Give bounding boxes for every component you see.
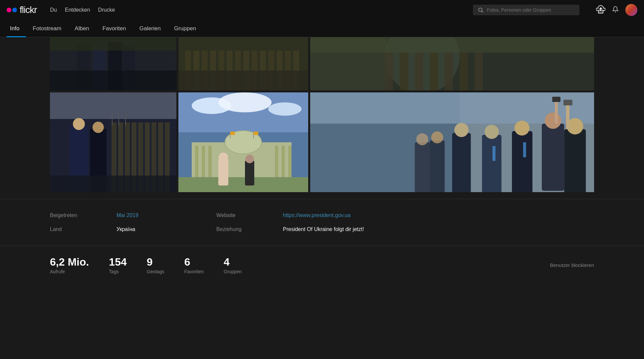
svg-rect-25 [178, 70, 308, 90]
dot-blue [12, 8, 17, 12]
svg-point-0 [479, 8, 482, 12]
svg-rect-34 [460, 53, 468, 90]
bell-icon [612, 6, 619, 13]
tab-galerien[interactable]: Galerien [133, 20, 167, 37]
svg-rect-32 [430, 53, 438, 90]
tab-info[interactable]: Info [7, 20, 26, 37]
svg-point-99 [431, 131, 443, 143]
avatar[interactable] [625, 4, 637, 16]
nav-links: Du Entdecken Drucke [50, 7, 115, 13]
svg-rect-70 [230, 132, 235, 135]
svg-rect-95 [563, 100, 572, 105]
svg-rect-29 [385, 53, 393, 90]
svg-point-91 [454, 123, 469, 137]
svg-rect-30 [400, 53, 408, 90]
svg-rect-76 [245, 161, 254, 185]
stat-tags-number: 154 [109, 256, 126, 268]
relationship-value: President Of Ukraine folgt dir jetzt! [283, 226, 594, 232]
svg-rect-73 [178, 177, 308, 192]
svg-rect-90 [452, 133, 471, 192]
svg-rect-65 [208, 146, 212, 179]
search-bar[interactable] [473, 5, 579, 15]
photo-row-top [50, 37, 594, 90]
svg-rect-35 [475, 53, 483, 90]
photo-svg-3 [310, 37, 594, 90]
stat-geotags-label: Geotags [147, 269, 164, 274]
svg-rect-8 [50, 37, 176, 51]
svg-rect-64 [202, 146, 205, 179]
photo-svg-6 [310, 92, 594, 192]
upload-button[interactable] [596, 5, 605, 15]
stat-tags-label: Tags [109, 269, 119, 274]
tab-alben[interactable]: Alben [68, 20, 96, 37]
photo-grid [0, 37, 644, 192]
svg-rect-84 [555, 101, 558, 124]
photo-bottom-2[interactable] [178, 92, 308, 192]
svg-point-41 [73, 118, 85, 130]
website-link[interactable]: https://www.president.gov.ua [283, 212, 594, 218]
photo-top-3[interactable] [310, 37, 594, 90]
photo-bottom-1[interactable] [50, 92, 176, 192]
dot-pink [7, 8, 11, 12]
photo-svg-1 [50, 37, 176, 90]
upload-icon [596, 5, 605, 14]
svg-rect-96 [415, 142, 430, 192]
stat-gruppen: 4 Gruppen [224, 256, 242, 274]
stat-gruppen-number: 4 [224, 256, 230, 268]
svg-point-59 [218, 92, 272, 112]
svg-rect-101 [493, 146, 496, 161]
stat-gruppen-label: Gruppen [224, 269, 242, 274]
svg-rect-67 [282, 146, 285, 179]
photo-svg-4 [50, 92, 176, 192]
search-icon [478, 7, 484, 13]
tab-fotostream[interactable]: Fotostream [26, 20, 68, 37]
svg-rect-85 [552, 97, 560, 102]
stat-tags: 154 Tags [109, 256, 126, 274]
notifications-button[interactable] [612, 6, 619, 14]
photo-svg-2 [178, 37, 308, 90]
svg-point-89 [485, 125, 499, 139]
svg-rect-36 [310, 37, 594, 53]
photo-top-2[interactable] [178, 37, 308, 90]
tab-favoriten[interactable]: Favoriten [96, 20, 133, 37]
search-input[interactable] [487, 7, 575, 13]
logo[interactable]: flickr [7, 5, 37, 15]
block-user-button[interactable]: Benutzer blockieren [550, 262, 594, 268]
svg-point-87 [515, 121, 530, 136]
tab-gruppen[interactable]: Gruppen [167, 20, 203, 37]
nav-icons [596, 4, 637, 16]
nav-drucke[interactable]: Drucke [98, 7, 115, 13]
stat-favoriten: 6 Favoriten [184, 256, 204, 274]
svg-point-83 [545, 112, 561, 129]
svg-line-1 [482, 11, 483, 12]
photo-bottom-3[interactable] [310, 92, 594, 192]
info-section: Beigetreten Mai 2019 Website https://www… [0, 199, 644, 246]
website-label: Website [216, 212, 283, 218]
svg-rect-72 [254, 132, 258, 135]
svg-rect-86 [512, 131, 533, 192]
svg-rect-74 [218, 159, 228, 185]
relationship-label: Beziehung [216, 226, 283, 232]
svg-rect-82 [542, 124, 564, 191]
svg-point-97 [416, 133, 428, 145]
navbar: flickr Du Entdecken Drucke [0, 0, 644, 20]
svg-point-42 [93, 122, 104, 133]
info-grid: Beigetreten Mai 2019 Website https://www… [50, 212, 594, 232]
stat-views-number: 6,2 Mio. [50, 256, 89, 268]
stats-section: 6,2 Mio. Aufrufe 154 Tags 9 Geotags 6 Fa… [0, 246, 644, 284]
svg-rect-94 [566, 105, 569, 129]
joined-value[interactable]: Mai 2019 [116, 212, 216, 218]
stat-geotags-number: 9 [147, 256, 153, 268]
stat-favoriten-label: Favoriten [184, 269, 204, 274]
stat-views-label: Aufrufe [50, 269, 65, 274]
nav-entdecken[interactable]: Entdecken [65, 7, 90, 13]
tabs-bar: Info Fotostream Alben Favoriten Galerien… [0, 20, 644, 37]
svg-rect-88 [482, 135, 501, 192]
svg-rect-92 [564, 129, 586, 192]
svg-rect-38 [50, 92, 176, 119]
nav-du[interactable]: Du [50, 7, 57, 13]
country-label: Land [50, 226, 116, 232]
photo-top-1[interactable] [50, 37, 176, 90]
svg-rect-68 [288, 146, 292, 179]
stat-views: 6,2 Mio. Aufrufe [50, 256, 89, 274]
